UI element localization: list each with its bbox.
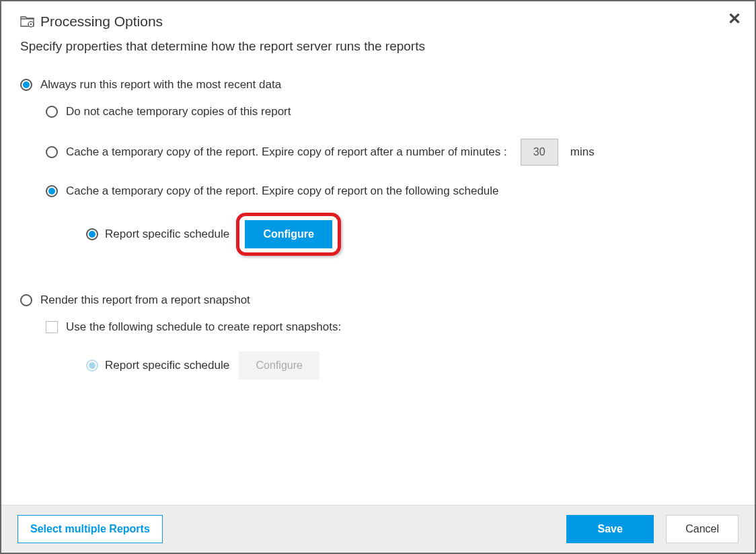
radio-cache-minutes[interactable] [46,146,58,158]
close-icon[interactable]: ✕ [728,11,741,27]
select-multiple-reports-button[interactable]: Select multiple Reports [17,515,163,543]
dialog-body: Processing Options Specify properties th… [1,1,755,505]
option-cache-minutes-label: Cache a temporary copy of the report. Ex… [66,145,507,159]
radio-report-specific-schedule[interactable] [86,228,98,240]
folder-gear-icon [20,15,35,28]
snapshot-use-schedule-row[interactable]: Use the following schedule to create rep… [46,320,736,334]
svg-point-1 [30,24,32,25]
option-cache-schedule[interactable]: Cache a temporary copy of the report. Ex… [46,184,736,198]
radio-snapshot[interactable] [20,294,32,306]
snapshot-schedule-type-row: Report specific schedule Configure [73,351,736,380]
option-no-cache[interactable]: Do not cache temporary copies of this re… [46,105,736,118]
option-cache-minutes[interactable]: Cache a temporary copy of the report. Ex… [46,139,736,166]
dialog-title: Processing Options [40,13,163,30]
cancel-button[interactable]: Cancel [666,515,739,543]
dialog-footer: Select multiple Reports Save Cancel [1,505,755,553]
processing-options-dialog: ✕ Processing Options Spe [0,0,756,554]
option-no-cache-label: Do not cache temporary copies of this re… [66,105,291,118]
radio-no-cache[interactable] [46,106,58,118]
dialog-title-row: Processing Options [20,13,736,30]
snapshot-use-schedule-label: Use the following schedule to create rep… [66,320,341,334]
report-specific-schedule-label: Report specific schedule [105,228,229,241]
radio-snapshot-report-specific[interactable] [86,359,98,372]
option-cache-schedule-label: Cache a temporary copy of the report. Ex… [66,184,499,198]
configure-cache-schedule-button[interactable]: Configure [245,220,332,248]
configure-snapshot-schedule-button: Configure [239,351,319,380]
footer-actions: Save Cancel [566,515,739,543]
cache-minutes-unit: mins [570,145,595,159]
option-always-recent-label: Always run this report with the most rec… [40,78,281,92]
checkbox-use-schedule[interactable] [46,321,58,333]
configure-highlight: Configure [236,213,341,256]
radio-always-recent[interactable] [20,79,32,91]
save-button[interactable]: Save [566,515,654,543]
radio-cache-schedule[interactable] [46,185,58,197]
dialog-subtitle: Specify properties that determine how th… [20,39,736,54]
cache-schedule-type-row: Report specific schedule Configure [73,213,736,256]
option-snapshot-label: Render this report from a report snapsho… [40,293,250,307]
cache-minutes-input[interactable] [521,139,558,166]
option-snapshot[interactable]: Render this report from a report snapsho… [20,293,736,307]
option-always-recent[interactable]: Always run this report with the most rec… [20,78,736,92]
snapshot-report-specific-label: Report specific schedule [105,359,229,372]
